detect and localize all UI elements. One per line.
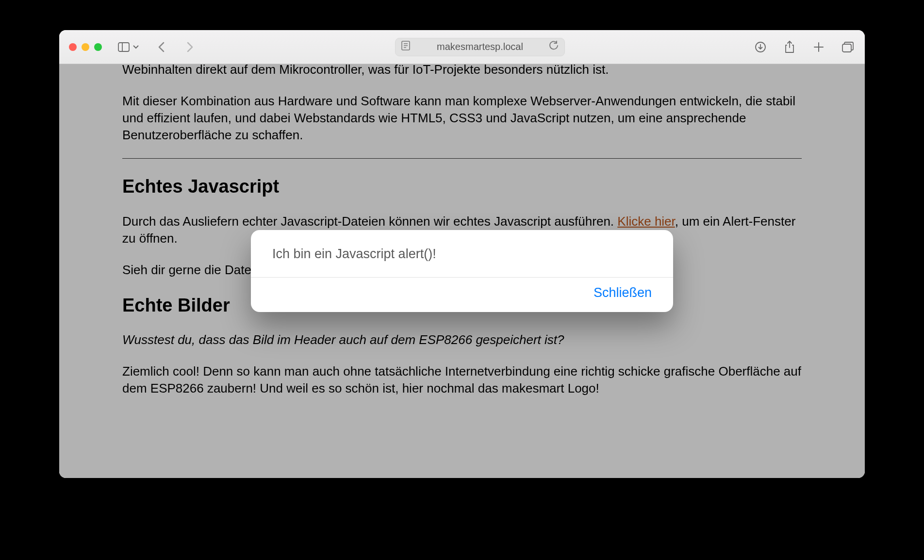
svg-rect-0 [118,43,129,51]
address-bar-url: makesmartesp.local [437,41,523,52]
alert-message: Ich bin ein Javascript alert()! [251,230,673,278]
browser-toolbar: makesmartesp.local [59,30,865,64]
content-area: Webinhalten direkt auf dem Mikrocontroll… [59,64,865,478]
maximize-window-button[interactable] [94,43,102,51]
minimize-window-button[interactable] [82,43,89,51]
share-button[interactable] [782,40,797,54]
back-button[interactable] [154,40,169,54]
alert-footer: Schließen [251,278,673,312]
window-controls [69,43,102,51]
new-tab-button[interactable] [811,40,826,54]
javascript-alert-dialog: Ich bin ein Javascript alert()! Schließe… [251,230,673,312]
sidebar-dropdown-button[interactable] [132,40,140,54]
sidebar-toggle-button[interactable] [116,40,131,54]
close-window-button[interactable] [69,43,77,51]
svg-rect-11 [842,44,851,52]
downloads-button[interactable] [753,40,768,54]
tabs-overview-button[interactable] [841,40,855,54]
forward-button[interactable] [182,40,197,54]
reload-button[interactable] [549,41,559,53]
reader-icon[interactable] [401,41,410,53]
address-bar[interactable]: makesmartesp.local [395,38,565,56]
alert-close-button[interactable]: Schließen [594,285,652,300]
safari-window: makesmartesp.local [59,30,865,478]
